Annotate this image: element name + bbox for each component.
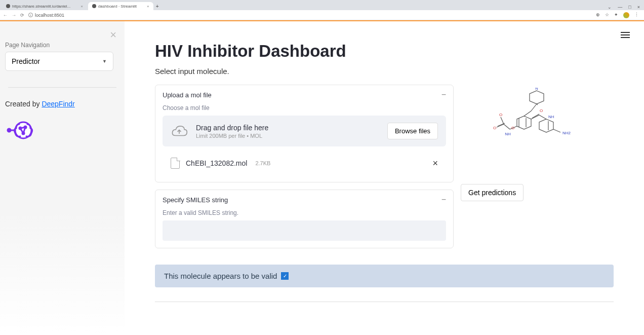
choose-file-label: Choose a mol file (163, 104, 446, 111)
hamburger-menu-icon[interactable] (621, 30, 630, 40)
star-icon[interactable]: ☆ (605, 12, 609, 18)
banner-text: This molecule appears to be valid (164, 272, 277, 280)
browser-tab-streamlit-share[interactable]: https://share.streamlit.io/daniel... × (2, 2, 87, 10)
page-navigation-select[interactable]: Predictor ▼ (5, 52, 113, 71)
smiles-panel-header[interactable]: Specify SMILES string − (155, 190, 453, 209)
kebab-menu-icon[interactable]: ⋮ (634, 12, 639, 18)
upload-panel-header[interactable]: Upload a mol file − (155, 85, 453, 104)
zoom-icon[interactable]: ⊕ (596, 12, 600, 18)
validity-banner: This molecule appears to be valid ✓ (155, 265, 614, 287)
chevron-down-icon: ▼ (102, 59, 107, 64)
svg-text:O: O (511, 126, 514, 130)
site-info-icon[interactable]: i (28, 13, 33, 17)
close-icon[interactable]: × (80, 4, 83, 9)
tab-title: dashboard · Streamlit (98, 4, 137, 9)
tab-favicon-icon (6, 4, 10, 8)
browse-files-button[interactable]: Browse files (387, 123, 438, 139)
minus-icon: − (441, 195, 446, 204)
created-by-prefix: Created by (5, 100, 42, 108)
svg-line-26 (501, 117, 504, 124)
svg-line-24 (497, 124, 504, 127)
sidebar: × Page Navigation Predictor ▼ Created by… (0, 21, 125, 335)
tab-bar: https://share.streamlit.io/daniel... × d… (0, 2, 644, 10)
uploaded-file-name: ChEBI_132082.mol (186, 159, 247, 167)
uploaded-file-size: 2.7KB (255, 160, 270, 166)
page-navigation-value: Predictor (12, 57, 40, 65)
close-sidebar-icon[interactable]: × (110, 28, 116, 42)
close-icon[interactable]: × (147, 4, 149, 9)
browser-tab-dashboard-active[interactable]: dashboard · Streamlit × (88, 2, 153, 10)
tab-title: https://share.streamlit.io/daniel... (12, 4, 70, 9)
dropzone-subtext: Limit 200MB per file • MOL (196, 133, 268, 139)
svg-line-11 (537, 104, 538, 105)
remove-file-icon[interactable]: × (432, 158, 438, 169)
svg-line-12 (524, 111, 531, 116)
new-tab-button[interactable]: + (154, 3, 160, 9)
smiles-panel-title: Specify SMILES string (163, 196, 228, 204)
minimize-icon[interactable]: — (618, 5, 622, 10)
back-icon[interactable]: ← (3, 13, 8, 18)
svg-line-10 (531, 104, 537, 111)
uploaded-file-row: ChEBI_132082.mol 2.7KB × (163, 152, 446, 175)
url-text: localhost:8501 (35, 13, 64, 18)
svg-line-16 (531, 115, 539, 119)
check-icon: ✓ (281, 272, 289, 280)
svg-line-18 (539, 115, 546, 119)
svg-text:NH: NH (548, 115, 554, 119)
dropzone-text: Drag and drop file here (196, 124, 268, 132)
url-field[interactable]: i localhost:8501 (28, 13, 592, 18)
maximize-icon[interactable]: □ (628, 5, 631, 10)
smiles-input[interactable] (163, 220, 446, 241)
file-dropzone[interactable]: Drag and drop file here Limit 200MB per … (163, 116, 446, 146)
right-column: N O O O O NH NH NH2 Get predictions (461, 85, 608, 201)
divider (155, 302, 614, 302)
extensions-icon[interactable]: ✦ (614, 12, 618, 18)
left-column: Upload a mol file − Choose a mol file Dr… (155, 85, 454, 255)
main-content: HIV Inhibitor Dashboard Select input mol… (125, 21, 644, 335)
upload-panel: Upload a mol file − Choose a mol file Dr… (155, 85, 454, 182)
upload-panel-title: Upload a mol file (163, 91, 212, 99)
profile-icon[interactable] (623, 12, 629, 18)
page-subtitle: Select input molecule. (155, 67, 614, 76)
svg-line-21 (553, 129, 560, 132)
window-controls: ⌄ — □ × (608, 5, 640, 10)
cloud-upload-icon (171, 124, 188, 138)
deepfindr-link[interactable]: DeepFindr (42, 100, 74, 108)
smiles-panel: Specify SMILES string − Enter a valid SM… (155, 190, 454, 248)
forward-icon[interactable]: → (12, 13, 16, 18)
molecule-structure-icon: N O O O O NH NH NH2 (489, 88, 580, 154)
logo (5, 117, 119, 145)
sidebar-nav-label: Page Navigation (5, 42, 119, 49)
address-bar: ← → ⟳ i localhost:8501 ⊕ ☆ ✦ ⋮ (0, 10, 644, 20)
arrow-down-icon[interactable]: ⌄ (608, 5, 612, 10)
file-icon (171, 158, 180, 169)
created-by: Created by DeepFindr (5, 100, 119, 108)
svg-text:N: N (535, 88, 538, 91)
svg-line-23 (504, 124, 510, 129)
tab-favicon-icon (92, 4, 96, 8)
page-title: HIV Inhibitor Dashboard (155, 42, 614, 61)
smiles-label: Enter a valid SMILES string. (163, 209, 446, 216)
reload-icon[interactable]: ⟳ (20, 13, 24, 18)
svg-text:O: O (493, 126, 496, 130)
svg-line-17 (532, 114, 539, 118)
close-icon[interactable]: × (637, 5, 640, 10)
svg-text:O: O (499, 113, 502, 117)
svg-text:O: O (540, 108, 543, 113)
svg-text:NH2: NH2 (562, 131, 571, 135)
brain-chip-icon (5, 117, 35, 143)
get-predictions-button[interactable]: Get predictions (461, 184, 524, 201)
svg-marker-9 (530, 91, 544, 104)
svg-text:NH: NH (505, 132, 511, 136)
minus-icon: − (441, 90, 446, 99)
svg-marker-19 (539, 119, 553, 132)
divider (8, 87, 116, 88)
